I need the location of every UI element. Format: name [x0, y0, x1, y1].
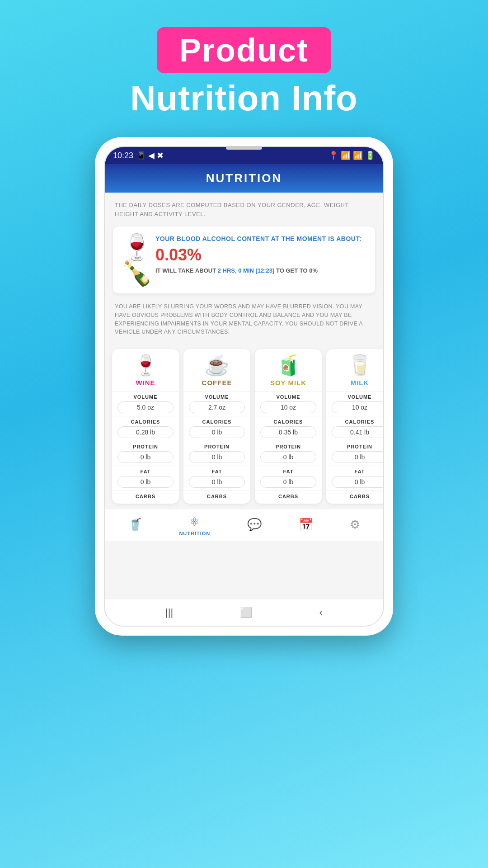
milk-volume-row: VOLUME 10 oz: [326, 391, 383, 416]
soymilk-carbs-row: CARBS: [255, 491, 322, 504]
app-title: NUTRITION: [206, 171, 282, 185]
coffee-protein-label: PROTEIN: [189, 444, 245, 449]
drinks-scroll[interactable]: 🍷 WINE VOLUME 5.0 oz CALORIES 0.28 lb: [105, 344, 383, 508]
calendar-icon: 📅: [299, 518, 313, 532]
coffee-protein-value: 0 lb: [189, 451, 245, 463]
coffee-fat-row: FAT 0 lb: [183, 466, 250, 491]
nav-item-chat[interactable]: 💬: [247, 518, 262, 533]
coffee-fat-label: FAT: [189, 469, 245, 474]
nav-label-nutrition: NUTRITION: [179, 531, 210, 536]
coffee-carbs-label: CARBS: [189, 494, 245, 499]
phone-home-btn[interactable]: ⬜: [240, 607, 252, 618]
drink-card-header-coffee: ☕ COFFEE: [183, 349, 250, 391]
disclaimer: THE DAILY DOSES ARE COMPUTED BASED ON YO…: [105, 193, 383, 222]
wine-carbs-label: CARBS: [117, 494, 174, 499]
drink-card-header-soymilk: 🧃 SOY MILK: [255, 349, 322, 391]
soymilk-volume-label: VOLUME: [260, 394, 316, 400]
phone-screen: 10:23 📱 ◀ ✖ 📍 📶 📶 🔋 NUTRITION THE DAILY …: [104, 146, 384, 627]
milk-volume-value: 10 oz: [332, 401, 383, 413]
coffee-fat-value: 0 lb: [189, 476, 245, 488]
coffee-calories-value: 0 lb: [189, 426, 245, 438]
phone-recents-btn[interactable]: ‹: [319, 607, 323, 618]
status-time: 10:23: [113, 151, 133, 160]
soymilk-volume-row: VOLUME 10 oz: [255, 391, 322, 416]
wine-fat-label: FAT: [117, 469, 174, 474]
nav-item-nutrition[interactable]: ⚛ NUTRITION: [179, 515, 210, 536]
milk-carbs-label: CARBS: [332, 494, 383, 499]
soymilk-protein-value: 0 lb: [260, 451, 316, 463]
soymilk-stats: VOLUME 10 oz CALORIES 0.35 lb PROTEIN 0 …: [255, 391, 322, 504]
coffee-calories-row: CALORIES 0 lb: [183, 416, 250, 441]
milk-fat-value: 0 lb: [332, 476, 383, 488]
wine-calories-value: 0.28 lb: [117, 426, 174, 438]
milk-stats: VOLUME 10 oz CALORIES 0.41 lb PROTEIN 0 …: [326, 391, 383, 504]
soymilk-calories-label: CALORIES: [260, 419, 316, 425]
wine-calories-row: CALORIES 0.28 lb: [112, 416, 179, 441]
milk-fat-row: FAT 0 lb: [326, 466, 383, 491]
status-left: 10:23 📱 ◀ ✖: [113, 151, 164, 160]
soymilk-name: SOY MILK: [270, 379, 306, 387]
status-icons-right: 📍 📶 📶 🔋: [328, 151, 375, 160]
coffee-carbs-row: CARBS: [183, 491, 250, 504]
coffee-calories-label: CALORIES: [189, 419, 245, 425]
wine-fat-row: FAT 0 lb: [112, 466, 179, 491]
milk-carbs-row: CARBS: [326, 491, 383, 504]
soymilk-protein-row: PROTEIN 0 lb: [255, 441, 322, 466]
bac-title: YOUR BLOOD ALCOHOL CONTENT AT THE MOMENT…: [155, 235, 361, 244]
soymilk-calories-value: 0.35 lb: [260, 426, 316, 438]
milk-calories-row: CALORIES 0.41 lb: [326, 416, 383, 441]
phone-bottom-bar: ||| ⬜ ‹: [105, 599, 383, 626]
app-content: THE DAILY DOSES ARE COMPUTED BASED ON YO…: [105, 193, 383, 599]
bac-time: IT WILL TAKE ABOUT 2 HRS, 0 MIN [12:23] …: [155, 266, 361, 275]
coffee-stats: VOLUME 2.7 oz CALORIES 0 lb PROTEIN 0 lb: [183, 391, 250, 504]
milk-fat-label: FAT: [332, 469, 383, 474]
chat-icon: 💬: [247, 518, 262, 532]
soymilk-volume-value: 10 oz: [260, 401, 316, 413]
wine-protein-row: PROTEIN 0 lb: [112, 441, 179, 466]
bac-card: 🍷🍾 YOUR BLOOD ALCOHOL CONTENT AT THE MOM…: [113, 226, 375, 293]
drink-card-header-wine: 🍷 WINE: [112, 349, 179, 391]
soymilk-protein-label: PROTEIN: [260, 444, 316, 449]
drink-card-soymilk: 🧃 SOY MILK VOLUME 10 oz CALORIES 0.35 lb: [255, 349, 322, 504]
soymilk-carbs-label: CARBS: [260, 494, 316, 499]
coffee-volume-value: 2.7 oz: [189, 401, 245, 413]
coffee-emoji: ☕: [205, 355, 230, 375]
milk-volume-label: VOLUME: [332, 394, 383, 400]
milk-protein-value: 0 lb: [332, 451, 383, 463]
coffee-volume-row: VOLUME 2.7 oz: [183, 391, 250, 416]
bac-warning: YOU ARE LIKELY SLURRING YOUR WORDS AND M…: [105, 298, 383, 344]
milk-calories-value: 0.41 lb: [332, 426, 383, 438]
wine-stats: VOLUME 5.0 oz CALORIES 0.28 lb PROTEIN 0…: [112, 391, 179, 504]
status-right: 📍 📶 📶 🔋: [328, 151, 375, 160]
bac-time-suffix: TO GET TO 0%: [276, 267, 318, 274]
coffee-protein-row: PROTEIN 0 lb: [183, 441, 250, 466]
milk-calories-label: CALORIES: [332, 419, 383, 425]
nutrition-icon: ⚛: [189, 515, 200, 529]
bac-time-highlight: 2 HRS, 0 MIN [12:23]: [218, 267, 275, 274]
nav-item-settings[interactable]: ⚙: [350, 518, 360, 533]
drink-card-header-milk: 🥛 MILK: [326, 349, 383, 391]
coffee-volume-label: VOLUME: [189, 394, 245, 400]
phone-back-btn[interactable]: |||: [165, 607, 173, 618]
wine-emoji: 🍷: [133, 355, 158, 375]
milk-name: MILK: [351, 379, 369, 387]
drink-card-milk: 🥛 MILK VOLUME 10 oz CALORIES 0.41 lb: [326, 349, 383, 504]
product-badge: Product: [157, 27, 331, 73]
soymilk-emoji: 🧃: [276, 355, 301, 375]
wine-volume-value: 5.0 oz: [117, 401, 174, 413]
status-icons-left: 📱 ◀ ✖: [136, 151, 164, 160]
bac-time-text: IT WILL TAKE ABOUT: [155, 267, 216, 274]
drink-card-coffee: ☕ COFFEE VOLUME 2.7 oz CALORIES 0 lb: [183, 349, 250, 504]
wine-fat-value: 0 lb: [117, 476, 174, 488]
phone-frame: 10:23 📱 ◀ ✖ 📍 📶 📶 🔋 NUTRITION THE DAILY …: [95, 137, 393, 636]
soymilk-fat-label: FAT: [260, 469, 316, 474]
wine-protein-label: PROTEIN: [117, 444, 174, 449]
wine-carbs-row: CARBS: [112, 491, 179, 504]
wine-volume-row: VOLUME 5.0 oz: [112, 391, 179, 416]
wine-calories-label: CALORIES: [117, 419, 174, 425]
drink-card-wine: 🍷 WINE VOLUME 5.0 oz CALORIES 0.28 lb: [112, 349, 179, 504]
nav-item-drink[interactable]: 🥤: [128, 518, 142, 533]
nav-item-calendar[interactable]: 📅: [299, 518, 313, 533]
bottom-nav: 🥤 ⚛ NUTRITION 💬 📅 ⚙: [105, 508, 383, 541]
page-header: Product Nutrition Info: [130, 27, 358, 119]
